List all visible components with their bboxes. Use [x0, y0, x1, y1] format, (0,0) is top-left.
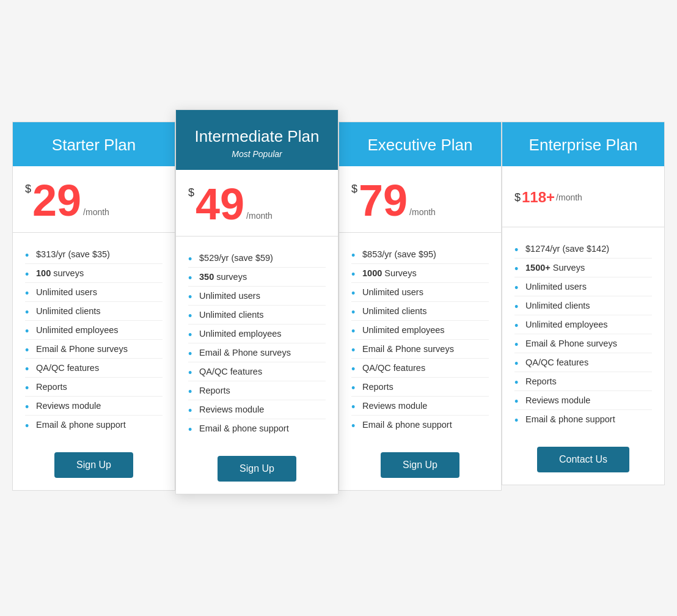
plan-header-intermediate: Intermediate PlanMost Popular	[176, 110, 338, 169]
card-footer-executive: Sign Up	[339, 440, 501, 490]
list-item: Email & phone support	[25, 416, 163, 434]
price-dollar-intermediate: $	[188, 187, 194, 198]
list-item: Reports	[25, 378, 163, 397]
enterprise-dollar: $	[514, 191, 521, 204]
card-footer-intermediate: Sign Up	[176, 444, 338, 494]
price-amount-intermediate: 49	[196, 182, 244, 226]
price-section-enterprise: $118+/month	[502, 166, 664, 227]
list-item: QA/QC features	[514, 353, 652, 372]
signup-button-executive[interactable]: Sign Up	[381, 452, 459, 478]
list-item: QA/QC features	[351, 359, 489, 378]
list-item: Email & phone support	[188, 419, 326, 438]
plan-header-starter: Starter Plan	[13, 122, 175, 166]
list-item: 1000 Surveys	[351, 264, 489, 283]
price-display-intermediate: $49/month	[188, 182, 273, 226]
list-item: Reports	[514, 372, 652, 391]
list-item: Unlimited clients	[514, 296, 652, 315]
list-item: Reviews module	[188, 400, 326, 419]
list-item: Unlimited users	[514, 277, 652, 296]
list-item: Unlimited users	[25, 283, 163, 302]
price-section-intermediate: $49/month	[176, 170, 338, 237]
list-item: Unlimited users	[351, 283, 489, 302]
plan-name-starter: Starter Plan	[19, 136, 169, 155]
price-amount-starter: 29	[32, 178, 81, 222]
plan-card-starter: Starter Plan$29/month$313/yr (save $35)1…	[12, 122, 175, 490]
price-section-starter: $29/month	[13, 166, 175, 233]
list-item: 1500+ Surveys	[514, 258, 652, 277]
list-item: Unlimited clients	[25, 302, 163, 321]
card-footer-enterprise: Contact Us	[502, 435, 664, 485]
list-item: $529/yr (save $59)	[188, 249, 326, 268]
signup-button-intermediate[interactable]: Sign Up	[218, 456, 296, 482]
plan-name-executive: Executive Plan	[345, 136, 495, 155]
signup-button-starter[interactable]: Sign Up	[54, 452, 133, 478]
list-item: Reviews module	[25, 397, 163, 416]
price-amount-executive: 79	[359, 178, 408, 222]
plan-header-enterprise: Enterprise Plan	[502, 122, 664, 166]
list-item: Email & Phone surveys	[514, 334, 652, 353]
list-item: Reviews module	[351, 397, 489, 416]
enterprise-period: /month	[556, 193, 582, 202]
price-period-starter: /month	[83, 208, 109, 216]
list-item: Email & Phone surveys	[25, 340, 163, 359]
price-period-executive: /month	[409, 208, 436, 216]
list-item: QA/QC features	[188, 362, 326, 381]
price-section-executive: $79/month	[339, 166, 501, 233]
list-item: Reports	[188, 381, 326, 400]
list-item: $853/yr (save $95)	[351, 245, 489, 264]
list-item: Unlimited users	[188, 287, 326, 306]
list-item: QA/QC features	[25, 359, 163, 378]
card-footer-starter: Sign Up	[13, 440, 175, 490]
list-item: Unlimited clients	[188, 306, 326, 324]
plan-card-enterprise: Enterprise Plan$118+/month$1274/yr (save…	[502, 122, 665, 485]
list-item: Unlimited employees	[188, 324, 326, 343]
list-item: Email & phone support	[514, 410, 652, 428]
list-item: $1274/yr (save $142)	[514, 240, 652, 258]
list-item: 100 surveys	[25, 264, 163, 283]
plan-name-intermediate: Intermediate Plan	[182, 127, 332, 146]
price-display-starter: $29/month	[25, 178, 109, 222]
list-item: Unlimited clients	[351, 302, 489, 321]
features-list-enterprise: $1274/yr (save $142)1500+ SurveysUnlimit…	[502, 227, 664, 435]
list-item: Reviews module	[514, 391, 652, 410]
plan-subtitle-intermediate: Most Popular	[182, 149, 332, 159]
list-item: 350 surveys	[188, 268, 326, 287]
enterprise-amount: 118+	[522, 189, 555, 206]
list-item: Email & phone support	[351, 416, 489, 434]
price-period-intermediate: /month	[246, 211, 273, 220]
list-item: Email & Phone surveys	[351, 340, 489, 359]
plan-header-executive: Executive Plan	[339, 122, 501, 166]
list-item: $313/yr (save $35)	[25, 245, 163, 264]
list-item: Unlimited employees	[351, 321, 489, 340]
price-dollar-starter: $	[25, 183, 31, 194]
list-item: Reports	[351, 378, 489, 397]
price-dollar-executive: $	[351, 183, 357, 194]
features-list-starter: $313/yr (save $35)100 surveysUnlimited u…	[13, 233, 175, 440]
plan-name-enterprise: Enterprise Plan	[508, 136, 658, 155]
plan-card-executive: Executive Plan$79/month$853/yr (save $95…	[338, 122, 502, 490]
contact-us-button[interactable]: Contact Us	[537, 447, 629, 472]
list-item: Unlimited employees	[25, 321, 163, 340]
plan-card-intermediate: Intermediate PlanMost Popular$49/month$5…	[175, 109, 338, 494]
enterprise-price-display: $118+/month	[514, 189, 582, 206]
features-list-executive: $853/yr (save $95)1000 SurveysUnlimited …	[339, 233, 501, 440]
price-display-executive: $79/month	[351, 178, 436, 222]
list-item: Email & Phone surveys	[188, 343, 326, 362]
features-list-intermediate: $529/yr (save $59)350 surveysUnlimited u…	[176, 237, 338, 444]
pricing-table: Starter Plan$29/month$313/yr (save $35)1…	[12, 122, 665, 494]
list-item: Unlimited employees	[514, 315, 652, 334]
